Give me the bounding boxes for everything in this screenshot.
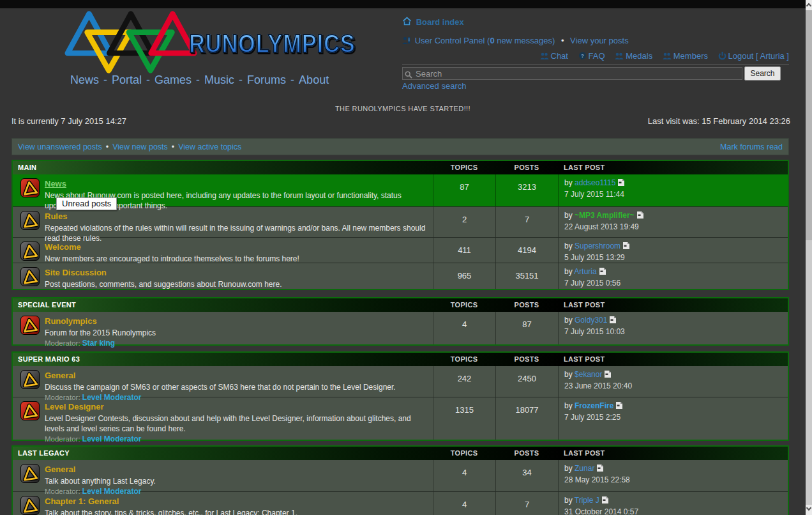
forum-row-level-designer: Level Designer Level Designer Contests, …	[13, 397, 788, 440]
last-post-date: 5 July 2015 13:29	[564, 253, 783, 262]
posts-count: 2450	[495, 366, 558, 397]
logo-triangles	[63, 9, 198, 74]
last-post-user[interactable]: Supershroom	[575, 242, 620, 250]
last-post-user[interactable]: Zunar	[575, 464, 594, 473]
column-posts: POSTS	[495, 447, 558, 460]
vertical-scrollbar[interactable]	[806, 0, 812, 515]
nav-portal[interactable]: Portal	[112, 73, 142, 86]
last-post-user[interactable]: Arturia	[574, 267, 596, 276]
members-icon	[663, 52, 672, 62]
last-post-icon[interactable]	[599, 268, 606, 277]
posts-count: 7	[495, 207, 558, 237]
menu-logout[interactable]: Logout [ Arturia ]	[718, 51, 789, 61]
forum-link-ll-general[interactable]: General	[45, 465, 75, 474]
nav-music[interactable]: Music	[204, 73, 234, 86]
last-post-user[interactable]: FrozenFire	[575, 401, 613, 410]
forum-link-site-discussion[interactable]: Site Discussion	[45, 268, 107, 277]
last-post-user[interactable]: ~MP3 Amplifier~	[575, 211, 635, 220]
last-post-date: 7 July 2015 0:56	[564, 279, 783, 288]
last-post-icon[interactable]	[602, 496, 608, 505]
mark-forums-read-link[interactable]: Mark forums read	[720, 139, 783, 155]
forum-desc: Discuss the campaign of SM63 or other as…	[45, 382, 428, 392]
topics-count: 4	[433, 492, 495, 515]
by-label: by	[564, 211, 573, 220]
forum-desc: Post questions, comments, and suggestion…	[45, 279, 428, 289]
column-posts: POSTS	[495, 161, 558, 174]
posts-count: 7	[495, 492, 558, 515]
last-post-user[interactable]: Goldy301	[575, 316, 607, 325]
menu-chat[interactable]: Chat	[540, 51, 568, 61]
forum-unread-icon	[20, 178, 40, 197]
column-topics: TOPICS	[433, 353, 495, 366]
nav-dash: -	[146, 73, 150, 86]
forum-row-chapter1-general: Chapter 1: General Talk about the story,…	[13, 491, 788, 515]
last-post-icon[interactable]	[618, 179, 624, 188]
menu-members[interactable]: Members	[663, 51, 708, 61]
last-post-user[interactable]: Triple J	[575, 496, 599, 505]
ucp-link-suffix[interactable]: new messages)	[495, 36, 555, 45]
nav-about[interactable]: About	[299, 73, 329, 86]
forum-link-news[interactable]: News	[45, 179, 66, 188]
forum-read-icon	[20, 267, 40, 286]
scrollbar-up-arrow-icon[interactable]	[806, 0, 812, 10]
nav-dash: -	[196, 73, 200, 86]
forum-desc: New members are encouraged to introduce …	[45, 254, 428, 264]
site-nav: News-Portal-Games-Music-Forums-About	[70, 73, 329, 87]
forum-link-rules[interactable]: Rules	[45, 211, 67, 221]
by-label: by	[564, 464, 573, 473]
column-topics: TOPICS	[433, 161, 495, 174]
board-index-link[interactable]: Board index	[416, 17, 464, 27]
last-post-icon[interactable]	[605, 371, 611, 380]
forum-link-runolympics[interactable]: Runolympics	[45, 316, 97, 326]
last-post-icon[interactable]	[597, 465, 603, 473]
by-label: by	[564, 316, 573, 325]
view-your-posts-link[interactable]: View your posts	[570, 36, 629, 45]
scrollbar-thumb[interactable]	[806, 10, 812, 240]
forum-row-welcome: Welcome New members are encouraged to in…	[13, 237, 788, 263]
svg-text:?: ?	[581, 53, 584, 59]
scrollbar-down-arrow-icon[interactable]	[806, 505, 812, 515]
last-post-user[interactable]: addseo1115	[575, 178, 615, 187]
menu-medals[interactable]: Medals	[615, 51, 652, 61]
moderator-link[interactable]: Star king	[82, 339, 115, 348]
forum-row-rules: Rules Repeated violations of the rules w…	[13, 206, 788, 237]
menu-logout-label: Logout [ Arturia ]	[728, 51, 789, 61]
bullet: •	[106, 142, 109, 151]
nav-news[interactable]: News	[70, 73, 99, 86]
column-posts: POSTS	[495, 353, 558, 366]
by-label: by	[564, 496, 573, 505]
last-post-icon[interactable]	[610, 316, 616, 325]
last-post-date: 7 July 2015 2:25	[564, 413, 783, 422]
by-label: by	[564, 370, 573, 379]
last-visit-text: Last visit was: 15 February 2014 23:26	[648, 116, 790, 126]
posts-count: 4194	[495, 238, 558, 263]
view-active-topics-link[interactable]: View active topics	[178, 142, 241, 151]
nav-games[interactable]: Games	[154, 73, 192, 86]
search-input[interactable]	[402, 67, 742, 80]
forum-link-sm63-general[interactable]: General	[45, 371, 75, 380]
column-last-post: LAST POST	[558, 447, 788, 460]
menu-faq[interactable]: ?FAQ	[578, 51, 605, 61]
category-super-mario-63: SUPER MARIO 63 TOPICS POSTS LAST POST Ge…	[11, 351, 789, 441]
ucp-link[interactable]: User Control Panel (	[415, 36, 490, 45]
logout-icon	[718, 52, 726, 62]
faq-icon: ?	[578, 52, 587, 62]
view-unanswered-posts-link[interactable]: View unanswered posts	[18, 142, 102, 151]
last-post-icon[interactable]	[637, 211, 643, 220]
last-post-user[interactable]: $ekanor	[575, 370, 602, 379]
view-new-posts-link[interactable]: View new posts	[112, 142, 168, 151]
column-last-post: LAST POST	[558, 298, 788, 312]
forum-row-ll-general: General Talk about anything Last Legacy.…	[13, 460, 788, 491]
last-post-icon[interactable]	[616, 402, 622, 411]
forum-link-level-designer[interactable]: Level Designer	[45, 402, 104, 411]
moderator-link[interactable]: Level Moderator	[82, 434, 142, 443]
last-post-icon[interactable]	[623, 242, 629, 251]
advanced-search-link[interactable]: Advanced search	[402, 81, 466, 91]
moderator-label: Moderator:	[45, 435, 80, 443]
nav-forums[interactable]: Forums	[247, 73, 286, 86]
forum-link-chapter1-general[interactable]: Chapter 1: General	[45, 496, 119, 506]
unread-posts-tooltip: Unread posts	[56, 197, 117, 210]
forum-link-welcome[interactable]: Welcome	[45, 242, 81, 252]
category-title: LAST LEGACY	[13, 447, 433, 460]
search-button[interactable]: Search	[744, 66, 781, 81]
